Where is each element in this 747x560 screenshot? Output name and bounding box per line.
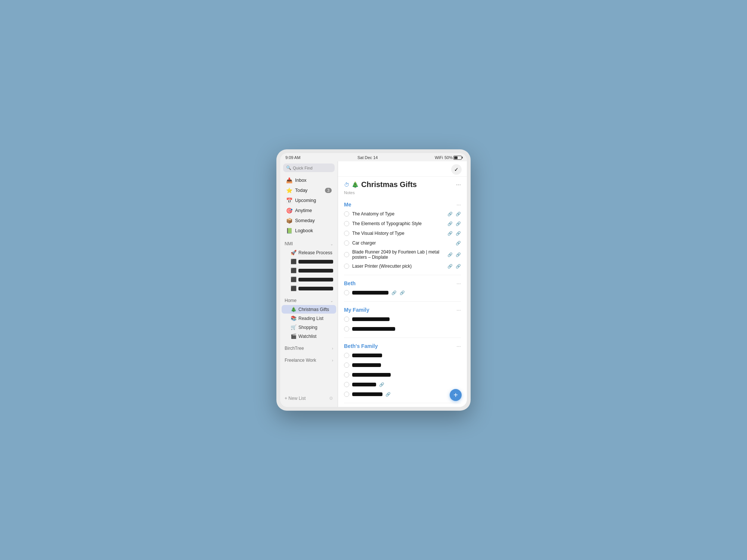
task-checkbox[interactable] xyxy=(344,231,349,236)
task-item: 🔗 xyxy=(338,380,467,389)
section-header-me: Me ··· xyxy=(338,199,467,209)
chevron-icon: ⌄ xyxy=(330,242,333,246)
section-options-my-family[interactable]: ··· xyxy=(456,307,461,313)
section-title-beths-family: Beth's Family xyxy=(344,343,378,349)
reading-list-emoji: 📚 xyxy=(291,315,297,321)
task-item: Car charger🔗 xyxy=(338,238,467,248)
search-icon: 🔍 xyxy=(286,165,291,170)
status-date: Sat Dec 14 xyxy=(357,155,378,160)
task-checkbox[interactable] xyxy=(344,252,349,257)
task-checkbox[interactable] xyxy=(344,211,349,217)
task-checkbox[interactable] xyxy=(344,363,349,368)
logbook-label: Logbook xyxy=(295,228,332,233)
upcoming-label: Upcoming xyxy=(295,198,332,203)
section-title-my-family: My Family xyxy=(344,307,369,313)
task-checkbox[interactable] xyxy=(344,372,349,377)
shopping-label: Shopping xyxy=(298,325,317,330)
main-content: ✓ ⏱ 🎄 Christmas Gifts ··· Notes Me ··· xyxy=(338,161,467,407)
today-badge: 3 xyxy=(325,188,332,193)
sections-container: Me ··· The Anatomy of Type🔗🔗The Elements… xyxy=(338,198,467,407)
section-beth: Beth ··· 🔗🔗 xyxy=(338,277,467,300)
task-checkbox[interactable] xyxy=(344,264,349,269)
task-link-icon: 🔗 xyxy=(447,252,453,257)
task-checkbox[interactable] xyxy=(344,221,349,226)
christmas-gifts-label: Christmas Gifts xyxy=(298,307,329,312)
anytime-label: Anytime xyxy=(295,208,332,213)
release-process-label: Release Process xyxy=(298,250,332,255)
section-options-beth[interactable]: ··· xyxy=(456,280,461,286)
task-checkbox[interactable] xyxy=(344,353,349,358)
sidebar-item-today[interactable]: ⭐ Today 3 xyxy=(282,186,336,195)
task-link-icon: 🔗 xyxy=(400,290,405,295)
task-link-icon: 🔗 xyxy=(456,252,461,257)
sidebar-sub-item-christmas-gifts[interactable]: 🎄 Christmas Gifts xyxy=(282,305,336,314)
group-header-freelance-work[interactable]: Freelance Work › xyxy=(280,356,338,364)
task-text xyxy=(352,316,390,323)
chevron-icon: › xyxy=(332,358,333,363)
group-header-birchtree[interactable]: BirchTree › xyxy=(280,344,338,352)
task-item: The Visual History of Type🔗🔗 xyxy=(338,228,467,238)
sidebar-item-anytime[interactable]: 🎯 Anytime xyxy=(282,206,336,215)
task-item xyxy=(338,314,467,324)
main-header: ✓ xyxy=(338,161,467,177)
redacted-text xyxy=(352,373,391,377)
sidebar-item-inbox[interactable]: 📥 Inbox xyxy=(282,175,336,185)
sidebar-item-logbook[interactable]: 📗 Logbook xyxy=(282,226,336,236)
groups-container: NMI ⌄ 🚀 Release Process ⬛ ⬛ ⬛ ⬛ Home ⌄ 🎄… xyxy=(280,236,338,364)
sidebar-sub-item-nmi-item4[interactable]: ⬛ xyxy=(282,275,336,284)
new-list-button[interactable]: + New List ⚙ xyxy=(280,393,338,404)
reading-list-label: Reading List xyxy=(298,316,323,321)
task-checkbox[interactable] xyxy=(344,290,349,295)
smart-lists: 📥 Inbox ⭐ Today 3 📅 Upcoming 🎯 Anytime 📦… xyxy=(280,175,338,236)
task-link-icon: 🔗 xyxy=(456,221,461,226)
sidebar-sub-item-nmi-item2[interactable]: ⬛ xyxy=(282,257,336,266)
add-task-button[interactable]: + xyxy=(450,389,462,401)
group-header-nmi[interactable]: NMI ⌄ xyxy=(280,240,338,248)
task-checkbox[interactable] xyxy=(344,326,349,332)
task-item: The Elements of Typographic Style🔗🔗 xyxy=(338,219,467,228)
task-checkbox[interactable] xyxy=(344,240,349,246)
task-text xyxy=(352,391,382,398)
task-text xyxy=(352,352,382,359)
group-name: Home xyxy=(285,298,297,303)
battery-fill xyxy=(454,156,458,159)
redacted-text xyxy=(352,354,382,357)
upcoming-emoji: 📅 xyxy=(286,197,292,203)
task-options-button[interactable]: ··· xyxy=(456,181,461,188)
task-text: Blade Runner 2049 by Fourteen Lab | meta… xyxy=(352,249,444,260)
section-options-beths-family[interactable]: ··· xyxy=(456,343,461,349)
status-time: 9:09 AM xyxy=(285,155,300,160)
task-item xyxy=(338,360,467,370)
sidebar-sub-item-nmi-item5[interactable]: ⬛ xyxy=(282,284,336,293)
group-birchtree: BirchTree › xyxy=(280,344,338,352)
shopping-emoji: 🛒 xyxy=(291,324,297,330)
sidebar-sub-item-shopping[interactable]: 🛒 Shopping xyxy=(282,323,336,332)
search-input[interactable] xyxy=(293,166,332,170)
section-divider xyxy=(344,337,461,338)
logbook-emoji: 📗 xyxy=(286,228,292,234)
task-subtitle: Notes xyxy=(338,190,467,198)
task-checkbox[interactable] xyxy=(344,317,349,322)
section-header-my-family: My Family ··· xyxy=(338,305,467,314)
release-process-emoji: 🚀 xyxy=(291,250,297,255)
task-checkbox[interactable] xyxy=(344,382,349,387)
section-options-me[interactable]: ··· xyxy=(456,202,461,208)
sidebar-sub-item-release-process[interactable]: 🚀 Release Process xyxy=(282,248,336,257)
task-checkbox[interactable] xyxy=(344,392,349,397)
sidebar-sub-item-reading-list[interactable]: 📚 Reading List xyxy=(282,314,336,323)
group-header-home[interactable]: Home ⌄ xyxy=(280,296,338,305)
sidebar-sub-item-watchlist[interactable]: 🎬 Watchlist xyxy=(282,332,336,340)
section-header-anyone: Anyone ··· xyxy=(338,406,467,407)
task-item: Blade Runner 2049 by Fourteen Lab | meta… xyxy=(338,248,467,261)
sidebar-sub-item-nmi-item3[interactable]: ⬛ xyxy=(282,266,336,275)
sidebar-item-someday[interactable]: 📦 Someday xyxy=(282,216,336,225)
section-header-beth: Beth ··· xyxy=(338,278,467,288)
task-item: 🔗 xyxy=(338,389,467,399)
sidebar-item-upcoming[interactable]: 📅 Upcoming xyxy=(282,196,336,205)
task-link-icon: 🔗 xyxy=(456,241,461,246)
nmi-item3-label xyxy=(298,269,333,273)
search-bar[interactable]: 🔍 xyxy=(283,164,335,172)
collapse-button[interactable]: ✓ xyxy=(451,164,462,175)
redacted-text xyxy=(352,363,381,367)
section-divider xyxy=(344,301,461,302)
